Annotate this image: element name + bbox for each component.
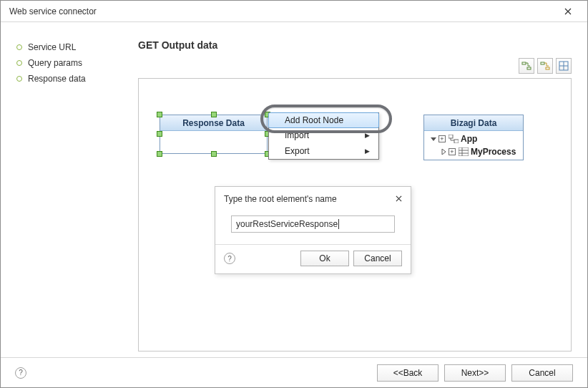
menu-item-label: Export xyxy=(285,146,310,156)
bizagi-tree: + App + xyxy=(424,131,523,160)
step-dot-icon xyxy=(16,44,22,50)
resize-handle[interactable] xyxy=(211,151,217,157)
dialog-title: Type the root element's name xyxy=(224,194,337,204)
root-name-dialog: Type the root element's name yourRestSer… xyxy=(215,186,411,274)
svg-rect-3 xyxy=(546,67,549,69)
expand-all-icon xyxy=(521,61,531,71)
expand-all-button[interactable] xyxy=(519,58,534,74)
tree-expand-box[interactable]: + xyxy=(438,135,446,142)
menu-export[interactable]: Export ▶ xyxy=(269,143,378,159)
menu-item-label: Import xyxy=(285,130,309,140)
submenu-arrow-icon: ▶ xyxy=(365,132,370,139)
step-dot-icon xyxy=(16,76,22,82)
dialog-footer: ? Ok Cancel xyxy=(215,251,411,273)
menu-import[interactable]: Import ▶ xyxy=(269,127,378,143)
window-frame: Web service connector Service URL Query … xyxy=(0,0,588,388)
window-close-button[interactable] xyxy=(556,1,580,22)
tree-node-app[interactable]: + App xyxy=(427,132,520,145)
resize-handle[interactable] xyxy=(211,112,217,117)
window-title: Web service connector xyxy=(9,1,97,22)
svg-rect-2 xyxy=(541,62,544,64)
resize-handle[interactable] xyxy=(157,112,162,117)
dialog-body: yourRestServiceResponse xyxy=(215,208,411,234)
response-data-header: Response Data xyxy=(160,115,267,131)
context-menu: Add Root Node Import ▶ Export ▶ xyxy=(268,112,379,160)
content-area: Service URL Query params Response data G… xyxy=(1,24,587,357)
tree-node-myprocess[interactable]: + MyProcess xyxy=(427,145,520,158)
resize-handle[interactable] xyxy=(157,131,162,137)
page-title: GET Output data xyxy=(138,39,572,51)
tree-collapsed-icon[interactable] xyxy=(440,148,447,155)
root-name-input-value: yourRestServiceResponse xyxy=(236,219,338,229)
tree-node-label: MyProcess xyxy=(471,147,516,157)
auto-layout-button[interactable] xyxy=(556,58,572,74)
dialog-header: Type the root element's name xyxy=(215,187,411,208)
bizagi-data-header: Bizagi Data xyxy=(424,115,523,131)
wizard-footer: ? <<Back Next>> Cancel xyxy=(1,357,587,387)
collapse-all-icon xyxy=(540,61,550,71)
auto-layout-icon xyxy=(559,61,569,71)
canvas-toolbar xyxy=(519,58,572,74)
tree-expanded-icon[interactable] xyxy=(430,135,437,142)
divider xyxy=(215,244,411,245)
wizard-help-button[interactable]: ? xyxy=(15,367,26,379)
menu-item-label: Add Root Node xyxy=(285,115,343,125)
svg-rect-0 xyxy=(522,62,526,64)
title-bar: Web service connector xyxy=(1,1,587,22)
mapping-canvas[interactable]: Response Data Add Root Node Import xyxy=(138,78,572,351)
bizagi-data-box[interactable]: Bizagi Data + App xyxy=(423,115,524,160)
main-panel: GET Output data xyxy=(138,39,572,351)
root-name-input[interactable]: yourRestServiceResponse xyxy=(231,215,395,233)
svg-rect-7 xyxy=(449,135,453,138)
step-label: Query params xyxy=(28,58,82,68)
dialog-close-button[interactable] xyxy=(396,194,402,204)
step-label: Service URL xyxy=(28,42,76,52)
response-data-box[interactable]: Response Data xyxy=(160,115,268,154)
collapse-all-button[interactable] xyxy=(537,58,553,74)
resize-handle[interactable] xyxy=(157,151,162,157)
step-service-url[interactable]: Service URL xyxy=(16,42,138,52)
step-query-params[interactable]: Query params xyxy=(16,58,138,68)
text-caret xyxy=(338,219,339,229)
submenu-arrow-icon: ▶ xyxy=(365,147,370,155)
back-button[interactable]: <<Back xyxy=(377,364,438,382)
wizard-sidebar: Service URL Query params Response data xyxy=(16,39,138,351)
app-entity-icon xyxy=(449,135,459,143)
cancel-button[interactable]: Cancel xyxy=(353,251,402,266)
tree-expand-box[interactable]: + xyxy=(449,148,456,155)
step-label: Response data xyxy=(28,74,86,84)
svg-rect-1 xyxy=(527,67,531,69)
svg-rect-8 xyxy=(454,140,459,143)
step-response-data[interactable]: Response data xyxy=(16,74,138,84)
help-button[interactable]: ? xyxy=(224,253,235,264)
step-dot-icon xyxy=(16,60,22,66)
menu-add-root-node[interactable]: Add Root Node xyxy=(268,112,379,128)
ok-button[interactable]: Ok xyxy=(300,251,349,266)
close-icon xyxy=(396,195,402,202)
next-button[interactable]: Next>> xyxy=(444,364,506,382)
wizard-cancel-button[interactable]: Cancel xyxy=(511,364,573,382)
tree-node-label: App xyxy=(461,134,477,144)
svg-rect-9 xyxy=(459,147,469,156)
close-icon xyxy=(564,8,572,15)
process-entity-icon xyxy=(459,147,469,156)
